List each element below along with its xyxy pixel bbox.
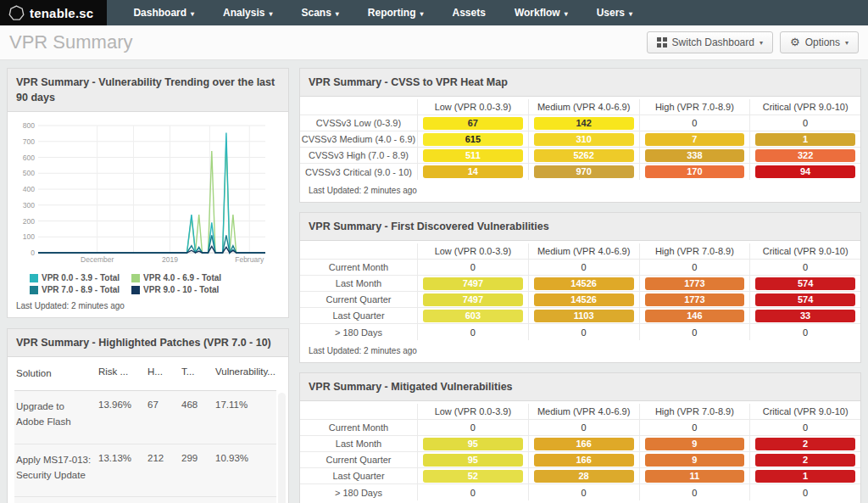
- heatmap-value-bar[interactable]: 33: [755, 310, 855, 322]
- legend-item[interactable]: VPR 9.0 - 10 - Total: [131, 285, 219, 294]
- heatmap-value-bar[interactable]: 1: [755, 470, 855, 483]
- legend-item[interactable]: VPR 7.0 - 8.9 - Total: [30, 285, 120, 294]
- heatmap-value-bar[interactable]: 2: [755, 438, 855, 450]
- patches-cell: 10.93%: [215, 453, 275, 463]
- heatmap-value-bar[interactable]: 1103: [534, 310, 634, 322]
- legend-swatch: [131, 286, 140, 294]
- row-label: > 180 Days: [300, 327, 417, 338]
- legend-label: VPR 7.0 - 8.9 - Total: [42, 285, 120, 294]
- heatmap-value-bar[interactable]: 2: [755, 454, 855, 467]
- page-header: VPR Summary Switch Dashboard ▾ ⚙ Options…: [0, 25, 868, 60]
- chevron-down-icon: ▾: [845, 39, 849, 47]
- heatmap-value-bar[interactable]: 511: [423, 149, 523, 162]
- nav-item-label: Dashboard: [133, 7, 186, 19]
- legend-item[interactable]: VPR 0.0 - 3.9 - Total: [30, 273, 120, 282]
- heatmap-cell: 0: [639, 420, 750, 435]
- heatmap-value-bar[interactable]: 67: [423, 117, 523, 130]
- header-buttons: Switch Dashboard ▾ ⚙ Options ▾: [647, 31, 859, 53]
- heatmap-value-bar[interactable]: 14: [423, 165, 523, 178]
- svg-text:200: 200: [23, 217, 35, 226]
- vertical-scrollbar[interactable]: [278, 393, 286, 503]
- nav-item-scans[interactable]: Scans▾: [287, 0, 353, 25]
- heatmap-cell: 14526: [528, 292, 639, 307]
- heatmap-value-bar[interactable]: 146: [645, 310, 745, 322]
- heatmap-value-bar[interactable]: 1773: [645, 293, 745, 306]
- heatmap-panel-0: VPR Summary - CVSS to VPR Heat MapLow (V…: [299, 68, 861, 203]
- table-row: Current Quarter9516692: [300, 452, 860, 468]
- heatmap-cell: 511: [417, 148, 528, 163]
- switch-dashboard-button[interactable]: Switch Dashboard ▾: [647, 31, 773, 53]
- nav-item-analysis[interactable]: Analysis▾: [209, 0, 287, 25]
- nav-item-label: Scans: [301, 7, 331, 19]
- row-label: Current Month: [300, 422, 417, 433]
- patches-column-header: Risk ...: [98, 366, 147, 377]
- table-row[interactable]: Upgrade to Adobe Flash13.96%6746817.11%: [14, 391, 276, 444]
- heatmap-value-bar[interactable]: 615: [423, 133, 523, 146]
- heatmap-value-bar[interactable]: 7497: [423, 293, 523, 306]
- heatmap-cell: 0: [417, 420, 528, 435]
- patches-panel: VPR Summary - Highlighted Patches (VPR 7…: [7, 328, 289, 503]
- dashboard-grid-icon: [657, 37, 667, 48]
- row-label: CVSSv3 Critical (9.0 - 10): [300, 167, 417, 177]
- legend-label: VPR 4.0 - 6.9 - Total: [143, 273, 221, 282]
- heatmap-cell: 5262: [528, 148, 639, 163]
- heatmap-value-bar[interactable]: 14526: [534, 277, 634, 290]
- table-row[interactable]: Apply Microsoft Security Advisory12.41%2…: [14, 497, 276, 503]
- patches-column-header: Vulnerability...: [215, 366, 275, 377]
- svg-text:600: 600: [23, 154, 35, 162]
- heatmap-value-bar[interactable]: 166: [534, 454, 634, 467]
- nav-item-users[interactable]: Users▾: [582, 0, 647, 25]
- patches-column-header: Solution: [16, 366, 98, 382]
- heatmap-value-bar[interactable]: 94: [755, 165, 855, 178]
- heatmap-value-bar[interactable]: 970: [534, 165, 634, 178]
- nav-item-workflow[interactable]: Workflow▾: [500, 0, 582, 25]
- heatmap-value-bar[interactable]: 574: [755, 277, 855, 290]
- nav-item-reporting[interactable]: Reporting▾: [353, 0, 438, 25]
- heatmap-value-bar[interactable]: 166: [534, 438, 634, 450]
- row-label: > 180 Days: [300, 488, 417, 498]
- nav-item-label: Analysis: [223, 7, 264, 19]
- heatmap-cell: 603: [417, 308, 528, 323]
- page-title: VPR Summary: [9, 31, 132, 53]
- heatmap-value-bar[interactable]: 338: [645, 149, 745, 162]
- heatmap-value-bar[interactable]: 52: [423, 470, 523, 483]
- switch-dashboard-label: Switch Dashboard: [672, 36, 754, 48]
- heatmap-value-bar[interactable]: 574: [755, 293, 855, 306]
- heatmap-value-bar[interactable]: 170: [645, 165, 745, 178]
- heatmap-value-bar[interactable]: 7: [645, 133, 745, 146]
- table-row: > 180 Days0000: [300, 484, 860, 500]
- heatmap-value-bar[interactable]: 310: [534, 133, 634, 146]
- heatmap-value-bar[interactable]: 7497: [423, 277, 523, 290]
- heatmap-column-header: Medium (VPR 4.0-6.9): [528, 99, 639, 115]
- heatmap-value-bar[interactable]: 11: [645, 470, 745, 483]
- chevron-down-icon: ▾: [336, 10, 339, 18]
- patches-cell: 67: [147, 400, 181, 410]
- legend-item[interactable]: VPR 4.0 - 6.9 - Total: [131, 273, 221, 282]
- nav-item-assets[interactable]: Assets: [438, 0, 500, 25]
- options-button[interactable]: ⚙ Options ▾: [780, 31, 859, 53]
- heatmap-column-header: Low (VPR 0.0-3.9): [417, 243, 528, 259]
- heatmap-value-bar[interactable]: 5262: [534, 149, 634, 162]
- table-row[interactable]: Apply MS17-013: Security Update13.13%212…: [14, 444, 276, 498]
- heatmap-panel-2: VPR Summary - Mitigated VulnerabilitiesL…: [299, 372, 861, 503]
- heatmap-value-bar[interactable]: 95: [423, 454, 523, 467]
- brand-logo[interactable]: tenable.sc: [0, 0, 107, 25]
- heatmap-cell: 146: [639, 308, 750, 323]
- heatmap-cell: 9: [639, 436, 750, 451]
- nav-item-dashboard[interactable]: Dashboard▾: [119, 0, 209, 25]
- patches-cell: 468: [181, 400, 215, 410]
- heatmap-cell: 0: [749, 420, 860, 435]
- row-label: Last Month: [300, 439, 417, 449]
- heatmap-value-bar[interactable]: 1: [755, 133, 855, 146]
- heatmap-value-bar[interactable]: 9: [645, 454, 745, 467]
- heatmap-value-bar[interactable]: 9: [645, 438, 745, 450]
- heatmap-value-bar[interactable]: 95: [423, 438, 523, 450]
- patches-cell: 212: [147, 453, 181, 463]
- heatmap-value-bar[interactable]: 603: [423, 310, 523, 322]
- heatmap-value-bar[interactable]: 142: [534, 117, 634, 130]
- heatmap-value-bar[interactable]: 14526: [534, 293, 634, 306]
- heatmap-value-bar[interactable]: 28: [534, 470, 634, 483]
- heatmap-cell: 170: [639, 164, 750, 180]
- heatmap-value-bar[interactable]: 1773: [645, 277, 745, 290]
- heatmap-value-bar[interactable]: 322: [755, 149, 855, 162]
